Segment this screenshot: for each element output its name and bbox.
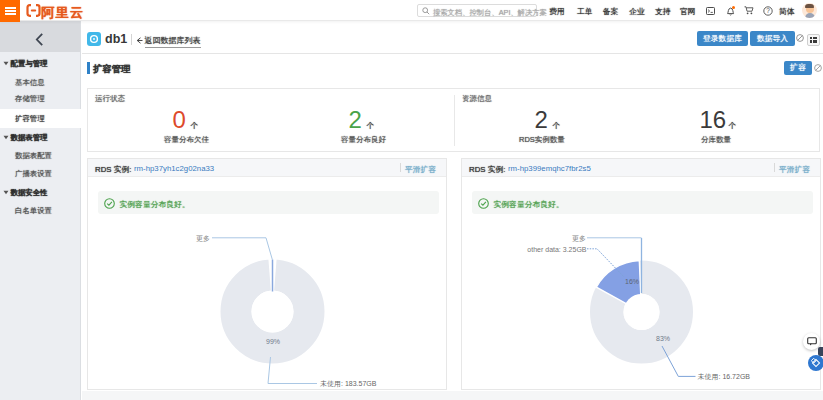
svg-text:?: ? <box>766 7 770 14</box>
